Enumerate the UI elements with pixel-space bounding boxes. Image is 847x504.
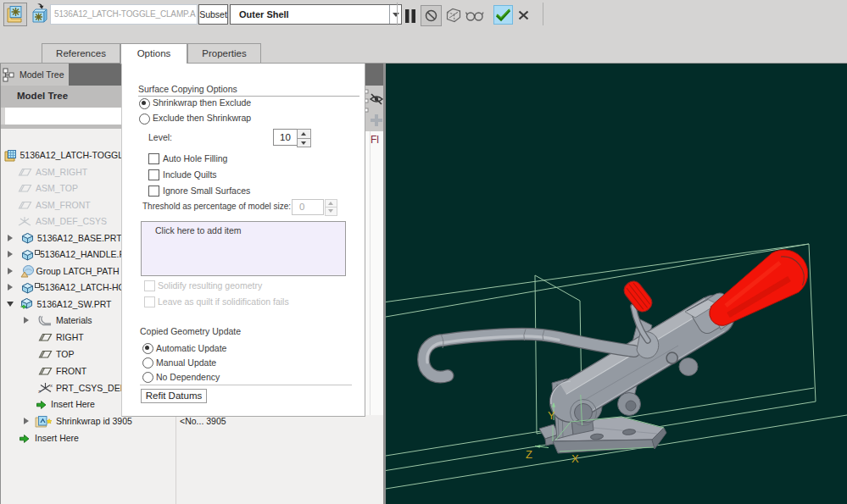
svg-text:Z: Z [526,448,532,461]
svg-text:Y: Y [548,409,555,422]
svg-text:X: X [571,452,579,465]
svg-text:x: x [50,383,53,388]
svg-text:z: z [38,389,41,394]
